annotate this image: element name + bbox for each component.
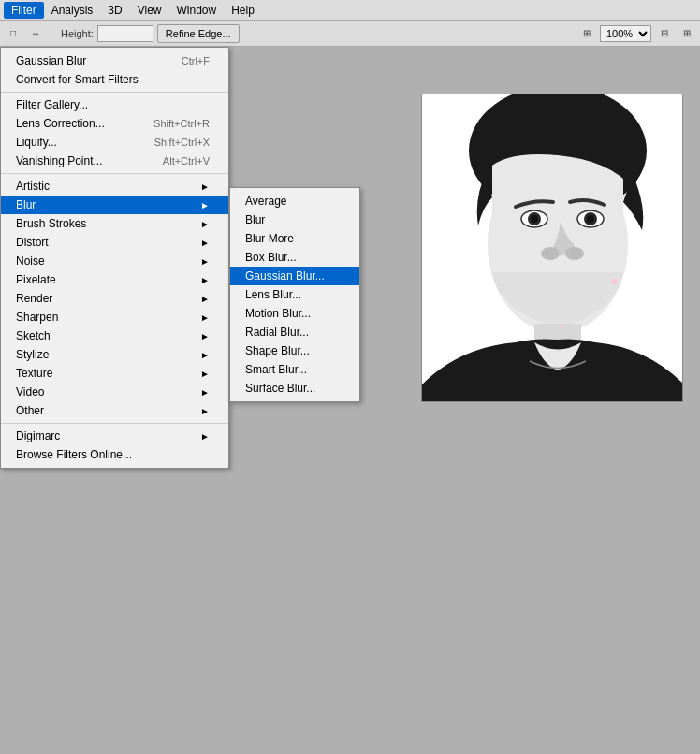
gaussian-blur-top-shortcut: Ctrl+F xyxy=(182,55,210,66)
menu-item-filter-gallery[interactable]: Filter Gallery... xyxy=(1,95,228,114)
menubar: Filter Analysis 3D View Window Help xyxy=(0,0,700,21)
blur-item-lens-blur[interactable]: Lens Blur... xyxy=(230,285,359,304)
blur-item-gaussian-blur[interactable]: Gaussian Blur... xyxy=(230,267,359,285)
toolbar-divider xyxy=(51,25,51,42)
icon-grid[interactable]: ⊞ xyxy=(577,24,596,43)
separator-2 xyxy=(1,173,228,174)
video-label: Video xyxy=(16,385,44,399)
menu-item-gaussian-blur-top[interactable]: Gaussian Blur Ctrl+F xyxy=(1,51,228,70)
menu-item-browse-filters[interactable]: Browse Filters Online... xyxy=(1,445,228,464)
blur-item-blur[interactable]: Blur xyxy=(230,210,359,229)
filter-menu: Gaussian Blur Ctrl+F Convert for Smart F… xyxy=(0,47,229,469)
average-label: Average xyxy=(245,195,286,208)
menu-item-lens-correction[interactable]: Lens Correction... Shift+Ctrl+R xyxy=(1,114,228,133)
menubar-analysis[interactable]: Analysis xyxy=(44,2,101,19)
blur-arrow: ► xyxy=(200,200,210,210)
lens-blur-label: Lens Blur... xyxy=(245,288,301,301)
sketch-arrow: ► xyxy=(200,331,210,341)
menu-item-pixelate[interactable]: Pixelate ► xyxy=(1,270,228,289)
other-arrow: ► xyxy=(200,406,210,416)
blur-item-radial-blur[interactable]: Radial Blur... xyxy=(230,323,359,341)
zoom-select[interactable]: 100% 50% 200% xyxy=(600,25,651,42)
texture-label: Texture xyxy=(16,367,52,380)
portrait-svg xyxy=(422,94,682,401)
pixelate-label: Pixelate xyxy=(16,273,56,286)
menu-item-stylize[interactable]: Stylize ► xyxy=(1,345,228,364)
svg-point-9 xyxy=(587,215,594,223)
liquify-label: Liquify... xyxy=(16,136,57,149)
menu-item-other[interactable]: Other ► xyxy=(1,401,228,420)
menu-item-texture[interactable]: Texture ► xyxy=(1,364,228,383)
browse-filters-label: Browse Filters Online... xyxy=(16,448,132,461)
blur-item-motion-blur[interactable]: Motion Blur... xyxy=(230,304,359,323)
blur-item-smart-blur[interactable]: Smart Blur... xyxy=(230,360,359,379)
menubar-view[interactable]: View xyxy=(130,2,169,19)
svg-point-10 xyxy=(541,247,560,260)
svg-point-13 xyxy=(611,279,617,284)
menu-item-smart-filters[interactable]: Convert for Smart Filters xyxy=(1,70,228,89)
smart-blur-label: Smart Blur... xyxy=(245,363,307,376)
height-input[interactable] xyxy=(97,25,153,42)
menubar-3d[interactable]: 3D xyxy=(100,2,129,19)
box-blur-label: Box Blur... xyxy=(245,251,297,264)
menu-item-sharpen[interactable]: Sharpen ► xyxy=(1,308,228,326)
menu-item-blur[interactable]: Blur ► xyxy=(1,196,228,214)
svg-point-6 xyxy=(531,215,538,223)
menu-item-digimarc[interactable]: Digimarc ► xyxy=(1,427,228,445)
brush-strokes-arrow: ► xyxy=(200,219,210,229)
smart-filters-label: Convert for Smart Filters xyxy=(16,73,139,86)
menu-item-render[interactable]: Render ► xyxy=(1,289,228,308)
menu-item-liquify[interactable]: Liquify... Shift+Ctrl+X xyxy=(1,133,228,152)
sharpen-arrow: ► xyxy=(200,312,210,323)
render-label: Render xyxy=(16,292,52,305)
menubar-window[interactable]: Window xyxy=(169,2,225,19)
pixelate-arrow: ► xyxy=(200,275,210,285)
menu-item-sketch[interactable]: Sketch ► xyxy=(1,326,228,345)
menu-item-noise[interactable]: Noise ► xyxy=(1,252,228,270)
menu-item-vanishing-point[interactable]: Vanishing Point... Alt+Ctrl+V xyxy=(1,152,228,170)
blur-more-label: Blur More xyxy=(245,232,294,245)
toolbar-icon-1[interactable]: □ xyxy=(4,24,22,43)
gaussian-blur-label: Gaussian Blur... xyxy=(245,269,325,283)
vanishing-point-shortcut: Alt+Ctrl+V xyxy=(163,155,210,167)
sketch-label: Sketch xyxy=(16,329,51,342)
icon-extra[interactable]: ⊞ xyxy=(678,24,696,43)
sharpen-label: Sharpen xyxy=(16,311,58,324)
toolbar-icon-2[interactable]: ↔ xyxy=(26,24,45,43)
blur-item-average[interactable]: Average xyxy=(230,192,359,210)
height-label: Height: xyxy=(61,28,94,39)
blur-item-shape-blur[interactable]: Shape Blur... xyxy=(230,341,359,360)
refine-edge-button[interactable]: Refine Edge... xyxy=(157,24,240,43)
blur-submenu: Average Blur Blur More Box Blur... Gauss… xyxy=(229,187,360,402)
digimarc-arrow: ► xyxy=(200,431,210,442)
blur-item-box-blur[interactable]: Box Blur... xyxy=(230,248,359,267)
menu-item-brush-strokes[interactable]: Brush Strokes ► xyxy=(1,214,228,233)
gaussian-blur-top-label: Gaussian Blur xyxy=(16,54,86,67)
render-arrow: ► xyxy=(200,294,210,304)
other-label: Other xyxy=(16,404,44,417)
menubar-filter[interactable]: Filter xyxy=(4,2,44,19)
radial-blur-label: Radial Blur... xyxy=(245,326,309,339)
liquify-shortcut: Shift+Ctrl+X xyxy=(154,137,210,148)
stylize-label: Stylize xyxy=(16,348,49,361)
icon-view[interactable]: ⊟ xyxy=(655,24,674,43)
filter-gallery-label: Filter Gallery... xyxy=(16,98,88,111)
artistic-label: Artistic xyxy=(16,180,50,193)
menu-item-artistic[interactable]: Artistic ► xyxy=(1,177,228,196)
svg-point-14 xyxy=(561,325,564,328)
distort-label: Distort xyxy=(16,236,49,249)
blur-only-label: Blur xyxy=(245,213,265,226)
surface-blur-label: Surface Blur... xyxy=(245,382,315,395)
portrait-container xyxy=(422,94,682,401)
menubar-help[interactable]: Help xyxy=(224,2,262,19)
stylize-arrow: ► xyxy=(200,350,210,360)
menu-item-video[interactable]: Video ► xyxy=(1,383,228,401)
menu-item-distort[interactable]: Distort ► xyxy=(1,233,228,252)
lens-correction-label: Lens Correction... xyxy=(16,117,105,130)
shape-blur-label: Shape Blur... xyxy=(245,344,310,357)
vanishing-point-label: Vanishing Point... xyxy=(16,154,103,167)
blur-item-surface-blur[interactable]: Surface Blur... xyxy=(230,379,359,398)
blur-item-blur-more[interactable]: Blur More xyxy=(230,229,359,248)
separator-3 xyxy=(1,423,228,424)
separator-1 xyxy=(1,92,228,93)
